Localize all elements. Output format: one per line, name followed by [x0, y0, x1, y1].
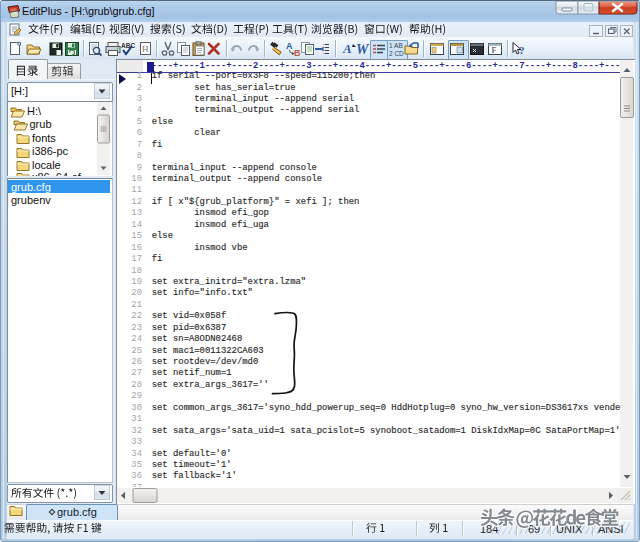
- svg-text:A: A: [286, 41, 293, 51]
- svg-text:2 CD: 2 CD: [389, 50, 404, 57]
- svg-text:F: F: [491, 45, 496, 55]
- svg-text:?: ?: [519, 44, 525, 56]
- svg-text:ABC: ABC: [121, 42, 135, 49]
- svg-text:1 AB: 1 AB: [389, 42, 403, 49]
- svg-text:H: H: [142, 44, 149, 54]
- svg-text:W: W: [356, 42, 370, 57]
- svg-text:A: A: [342, 41, 352, 56]
